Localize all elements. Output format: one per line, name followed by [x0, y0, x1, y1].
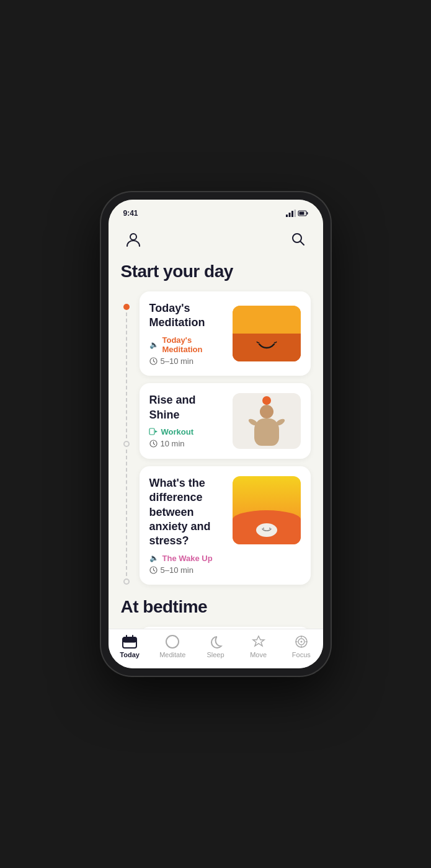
focus-label: Focus — [292, 651, 311, 658]
nav-move[interactable]: Move — [243, 634, 274, 658]
main-content: Start your day Today'sMeditation — [109, 257, 323, 629]
timeline-indicator — [121, 291, 132, 585]
focus-icon-svg — [295, 635, 308, 649]
anxiety-card-duration: 5–10 min — [149, 565, 225, 575]
clock-icon-1 — [149, 357, 158, 365]
svg-point-7 — [130, 234, 136, 240]
meditation-card-meta: 🔈 Today's Meditation — [149, 335, 225, 354]
anxiety-face — [256, 523, 277, 537]
rise-shine-card-image — [233, 393, 301, 449]
timeline-dash-2 — [126, 450, 127, 575]
rise-shine-card-meta: Workout — [149, 427, 225, 436]
start-day-timeline: Today'sMeditation 🔈 Today's Meditation — [121, 291, 311, 585]
meditate-label: Meditate — [159, 651, 185, 658]
meditation-card[interactable]: Today'sMeditation 🔈 Today's Meditation — [140, 291, 311, 376]
anxiety-card-image — [233, 476, 301, 544]
timeline-dot-3 — [123, 578, 130, 585]
phone-frame: 9:41 — [101, 192, 331, 676]
sleep-icon-svg — [209, 635, 221, 649]
nav-meditate[interactable]: Meditate — [157, 634, 188, 658]
status-bar: 9:41 — [109, 200, 323, 227]
person-arm-right — [275, 417, 286, 427]
move-icon-svg — [252, 635, 265, 649]
clock-icon-2 — [149, 440, 158, 448]
anxiety-card[interactable]: What's the difference between anxiety an… — [140, 466, 311, 585]
svg-rect-17 — [123, 637, 136, 642]
person-head — [260, 405, 273, 418]
move-icon — [251, 634, 266, 649]
battery-icon — [298, 210, 308, 217]
signal-icon — [286, 210, 296, 217]
search-icon — [290, 231, 306, 247]
meditate-icon-svg — [166, 635, 179, 649]
svg-point-14 — [269, 528, 270, 529]
bedtime-section: At bedtime Sleeping 🔈 — [121, 597, 311, 629]
timeline-dot-2 — [123, 441, 130, 447]
volume-icon-2: 🔈 — [149, 554, 159, 562]
nav-today[interactable]: Today — [114, 634, 145, 658]
volume-icon-1: 🔈 — [149, 340, 159, 349]
person-arm-left — [247, 417, 259, 427]
clock-icon-3 — [149, 566, 158, 574]
timeline-cards: Today'sMeditation 🔈 Today's Meditation — [140, 291, 311, 585]
anxiety-card-content: What's the difference between anxiety an… — [149, 476, 225, 575]
bottom-nav: Today Meditate Sleep — [109, 629, 323, 668]
start-day-title: Start your day — [121, 262, 311, 281]
timeline-dot-active — [123, 304, 130, 310]
meditation-card-title: Today'sMeditation — [149, 301, 225, 330]
meditation-face-svg — [254, 340, 279, 350]
svg-point-18 — [166, 636, 179, 648]
status-icons — [286, 210, 308, 217]
person-body — [254, 418, 279, 446]
svg-rect-3 — [294, 210, 296, 217]
person-sun-dot — [262, 396, 271, 405]
time-display: 9:41 — [123, 209, 138, 218]
meditation-card-tag: Today's Meditation — [162, 335, 225, 354]
rise-shine-card-title: Rise and Shine — [149, 393, 225, 422]
today-label: Today — [120, 651, 140, 658]
meditate-icon — [165, 634, 180, 649]
move-label: Move — [250, 651, 267, 658]
focus-icon — [294, 634, 309, 649]
today-icon — [122, 634, 137, 649]
svg-rect-1 — [288, 213, 290, 217]
rise-shine-card-duration: 10 min — [149, 439, 225, 448]
nav-sleep[interactable]: Sleep — [200, 634, 231, 658]
top-nav — [109, 227, 323, 257]
meditation-card-image — [233, 306, 301, 361]
svg-rect-2 — [291, 211, 293, 217]
meditation-card-duration: 5–10 min — [149, 356, 225, 366]
svg-point-13 — [263, 528, 264, 529]
anxiety-card-tag: The Wake Up — [162, 554, 213, 563]
svg-rect-5 — [306, 212, 308, 215]
play-icon — [149, 428, 158, 435]
svg-rect-6 — [299, 212, 304, 215]
rise-shine-card-tag: Workout — [161, 427, 193, 436]
anxiety-face-svg — [260, 527, 273, 533]
today-icon-svg — [122, 635, 137, 649]
phone-screen: 9:41 — [109, 200, 323, 668]
bedtime-title: At bedtime — [121, 597, 311, 617]
video-icon — [149, 428, 158, 436]
svg-point-21 — [300, 641, 302, 643]
timeline-dash-1 — [126, 312, 127, 438]
sleep-label: Sleep — [207, 651, 224, 658]
rise-shine-card-content: Rise and Shine Workout — [149, 393, 225, 448]
profile-icon — [125, 231, 141, 247]
nav-focus[interactable]: Focus — [286, 634, 317, 658]
profile-button[interactable] — [123, 229, 143, 249]
rise-shine-card[interactable]: Rise and Shine Workout — [140, 383, 311, 459]
svg-rect-0 — [286, 215, 288, 217]
meditation-card-content: Today'sMeditation 🔈 Today's Meditation — [149, 301, 225, 366]
anxiety-card-title: What's the difference between anxiety an… — [149, 476, 225, 549]
svg-rect-10 — [149, 428, 154, 435]
sleep-icon — [208, 634, 223, 649]
anxiety-card-meta: 🔈 The Wake Up — [149, 554, 225, 563]
search-button[interactable] — [288, 229, 308, 249]
